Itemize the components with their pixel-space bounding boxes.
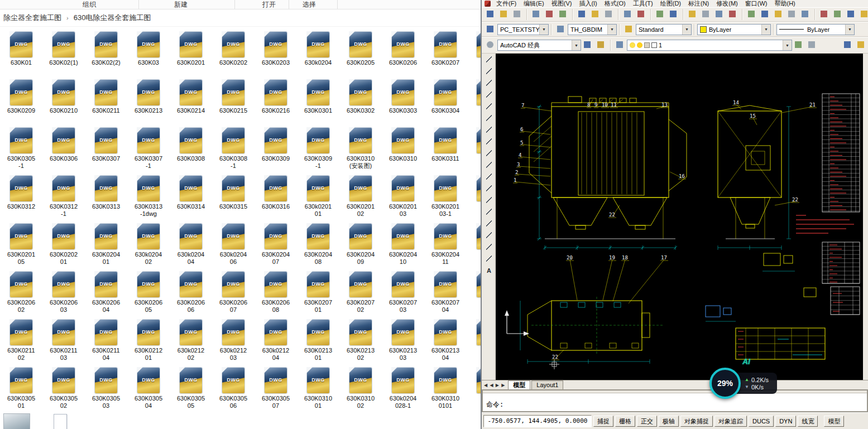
status-toggle-6[interactable]: 对象追踪 <box>714 416 747 427</box>
file-item[interactable]: DWG630K0305 04 <box>127 365 170 413</box>
file-item[interactable]: DWG630K02(2) <box>85 29 127 77</box>
calculator-icon[interactable] <box>799 8 812 21</box>
pan-icon[interactable] <box>687 8 699 21</box>
chevron-down-icon[interactable]: ▼ <box>761 25 770 35</box>
file-item[interactable]: DWG630K0313 <box>85 173 127 221</box>
file-item[interactable]: DWG630K0310 0101 <box>424 365 467 413</box>
file-item[interactable]: DWG630K0207 02 <box>339 269 382 317</box>
file-item[interactable]: DWG630k0201 01 <box>297 173 339 221</box>
dim-style-combo[interactable]: TH_GBDIM▼ <box>568 24 617 35</box>
polygon-icon[interactable] <box>483 89 495 100</box>
file-item[interactable]: DWG630K0309 <box>255 125 297 173</box>
layer-combo[interactable]: 1 ▼ <box>627 40 792 51</box>
file-item[interactable]: DWG630K0313 -1dwg <box>127 173 170 221</box>
file-item[interactable]: DWG630k0204 <box>297 29 339 77</box>
file-item[interactable]: DWG630K0301 <box>297 77 339 125</box>
file-item[interactable]: DWG630K0207 <box>424 29 467 77</box>
menu-item-1[interactable]: 文件(F) <box>496 0 516 8</box>
insert-block-icon[interactable] <box>483 182 495 194</box>
file-item[interactable]: DWG630K0310 (安装图) <box>339 125 382 173</box>
markup-icon[interactable] <box>845 8 857 21</box>
file-item[interactable]: DWG630K0206 04 <box>85 269 127 317</box>
file-item[interactable]: DWG630K0207 04 <box>424 269 467 317</box>
file-item[interactable]: DWG630K0211 04 <box>85 317 127 365</box>
designcenter-icon[interactable] <box>759 8 771 21</box>
file-item[interactable]: DWG630K0305 05 <box>170 365 212 413</box>
redo-icon[interactable] <box>668 8 680 21</box>
file-item[interactable]: DWG630K <box>467 269 482 317</box>
file-item[interactable]: DWG630K0201 <box>170 29 212 77</box>
status-toggle-3[interactable]: 正交 <box>637 416 657 427</box>
field-icon[interactable] <box>818 8 831 21</box>
save-workspace-icon[interactable] <box>582 39 594 51</box>
file-item[interactable]: DWG630K0206 03 <box>42 269 85 317</box>
chevron-down-icon[interactable]: ▼ <box>682 25 691 35</box>
properties-icon[interactable] <box>746 8 758 21</box>
file-item[interactable]: DWG630K <box>467 77 482 125</box>
status-toggle-9[interactable]: 线宽 <box>798 416 818 427</box>
layer-properties-manager-icon[interactable] <box>614 39 626 51</box>
file-item[interactable]: DWG630K0204 08 <box>297 221 339 269</box>
etransmit-icon[interactable] <box>859 8 868 21</box>
file-item[interactable]: DWG630K0213 <box>127 77 170 125</box>
file-item[interactable]: DWG630K <box>467 125 482 173</box>
file-item[interactable]: DWG630K0201 03-1 <box>424 173 467 221</box>
file-item[interactable]: DWG630K0206 07 <box>212 269 255 317</box>
file-item[interactable]: DWG630k0204 04 <box>170 221 212 269</box>
text-style-combo[interactable]: PC_TEXTSTYLE▼ <box>497 24 549 35</box>
status-toggle-10[interactable]: 模型 <box>824 416 844 427</box>
file-item[interactable]: DWG630K0310 01 <box>297 365 339 413</box>
file-item[interactable]: DWG630K0213 01 <box>297 317 339 365</box>
command-line-window[interactable]: 命令: <box>482 389 868 412</box>
file-item[interactable]: DWG630K0307 <box>85 125 127 173</box>
menu-item-10[interactable]: 窗口(W) <box>745 0 768 8</box>
file-item[interactable]: DWG630K03 <box>127 29 170 77</box>
file-item[interactable]: DWG630K0312 -1 <box>42 173 85 221</box>
status-toggle-5[interactable]: 对象捕捉 <box>680 416 713 427</box>
file-item[interactable]: DWG630K0303 <box>382 77 424 125</box>
command-window-grip[interactable] <box>483 391 867 393</box>
rectangle-icon[interactable] <box>483 100 495 112</box>
status-toggle-8[interactable]: DYN <box>775 416 796 427</box>
file-item[interactable]: DWG01 <box>467 365 482 413</box>
file-item[interactable]: DWG630K0213 02 <box>339 317 382 365</box>
file-item[interactable]: DWG630K <box>467 317 482 365</box>
zoom-previous-icon[interactable] <box>727 8 739 21</box>
object-color-icon[interactable] <box>842 39 854 51</box>
file-item[interactable]: DWG630K0201 05 <box>0 221 42 269</box>
file-item[interactable]: DWG630K0206 08 <box>255 269 297 317</box>
folder-thumbnail-icon[interactable] <box>3 413 30 429</box>
file-item[interactable]: DWG630K0204 11 <box>424 221 467 269</box>
file-item[interactable]: DWG630K0206 05 <box>127 269 170 317</box>
circle-icon[interactable] <box>483 124 495 136</box>
ellipse-icon[interactable] <box>483 159 495 171</box>
match-properties-icon[interactable] <box>622 8 634 21</box>
explorer-toolbar-2[interactable]: 新建 <box>174 0 188 9</box>
file-item[interactable]: DWG630K0310 <box>382 125 424 173</box>
file-item[interactable]: DWG630k0212 02 <box>170 317 212 365</box>
file-item[interactable]: DWG630K0306 <box>42 125 85 173</box>
spline-icon[interactable] <box>483 147 495 159</box>
file-item[interactable]: DWG630K0304 <box>424 77 467 125</box>
table-style-combo[interactable]: Standard▼ <box>636 24 692 35</box>
file-item[interactable]: DWG630k0204 06 <box>212 221 255 269</box>
make-block-icon[interactable] <box>483 194 495 206</box>
file-item[interactable]: DWG630K0307 -1 <box>127 125 170 173</box>
copy-icon[interactable] <box>589 8 602 21</box>
tab-nav-arrows-icon[interactable]: ◀ ◀ ▶ ▶ <box>484 383 505 388</box>
table-icon[interactable] <box>483 253 495 264</box>
file-item[interactable]: DWG630K01 <box>0 29 42 77</box>
menu-item-2[interactable]: 编辑(E) <box>524 0 544 8</box>
cut-icon[interactable] <box>576 8 588 21</box>
line-icon[interactable] <box>483 54 495 65</box>
sheetset-manager-icon[interactable] <box>786 8 798 21</box>
file-item[interactable]: DWG630K0204 09 <box>339 221 382 269</box>
plot-style-icon[interactable] <box>855 39 867 51</box>
file-item[interactable]: DWG630K <box>467 29 482 77</box>
file-item[interactable]: DWG630K0310 02 <box>339 365 382 413</box>
external-reference-icon[interactable] <box>832 8 844 21</box>
file-item[interactable]: DWG630K0211 <box>85 77 127 125</box>
file-item[interactable]: DWG630K0201 02 <box>339 173 382 221</box>
file-item[interactable]: DWG630K0305 07 <box>255 365 297 413</box>
revision-cloud-icon[interactable] <box>483 136 495 147</box>
